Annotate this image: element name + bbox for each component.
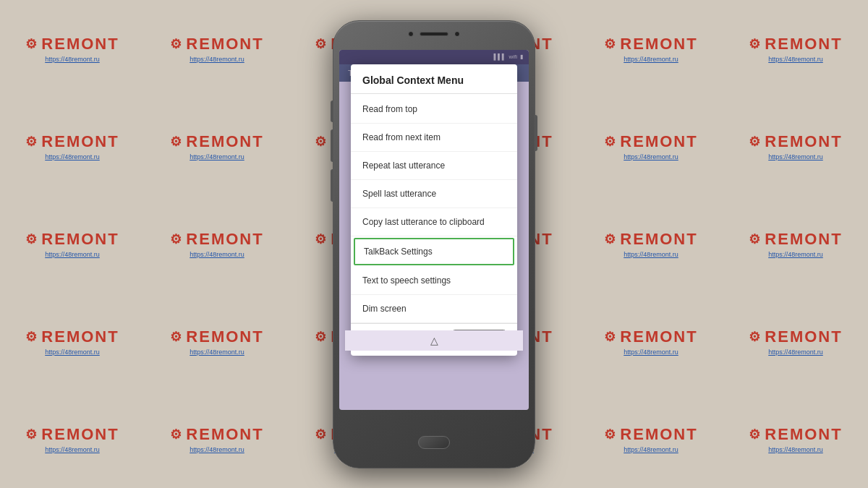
menu-item-read-from-top[interactable]: Read from top (351, 95, 517, 124)
remont-url: https://48remont.ru (624, 348, 678, 356)
remont-logo: ⚙REMONT (604, 425, 697, 444)
remont-logo: ⚙REMONT (25, 35, 119, 53)
phone-body: ▌▌▌ wifi ▮ TalkBack tutorial Global Cont… (333, 20, 535, 468)
camera-button[interactable] (331, 169, 333, 202)
remont-logo: ⚙REMONT (170, 230, 263, 249)
earpiece-speaker (420, 32, 448, 36)
phone-device: ▌▌▌ wifi ▮ TalkBack tutorial Global Cont… (333, 20, 535, 468)
remont-url: https://48remont.ru (768, 446, 823, 453)
power-button[interactable] (535, 115, 537, 151)
bg-cell: ⚙REMONT https://48remont.ru (723, 390, 868, 488)
bg-cell: ⚙REMONT https://48remont.ru (579, 293, 723, 390)
remont-logo: ⚙REMONT (604, 132, 697, 151)
remont-url: https://48remont.ru (190, 348, 244, 356)
remont-logo: ⚙REMONT (749, 425, 842, 444)
phone-top-sensors (408, 31, 460, 37)
bg-cell: ⚙REMONT https://48remont.ru (0, 390, 145, 488)
bg-cell: ⚙REMONT https://48remont.ru (723, 0, 868, 98)
bg-cell: ⚙REMONT https://48remont.ru (145, 0, 289, 98)
remont-logo: ⚙REMONT (170, 425, 263, 444)
remont-url: https://48remont.ru (768, 251, 823, 258)
gear-icon: ⚙ (315, 36, 328, 52)
remont-url: https://48remont.ru (624, 446, 678, 453)
remont-url: https://48remont.ru (45, 251, 100, 258)
global-context-menu-dialog: Global Context Menu Read from top Read f… (351, 64, 517, 356)
remont-url: https://48remont.ru (624, 153, 678, 160)
menu-item-repeat-last[interactable]: Repeat last utterance (351, 152, 517, 180)
dialog-divider (351, 93, 517, 94)
menu-item-dim-screen[interactable]: Dim screen (351, 295, 517, 323)
gear-icon: ⚙ (170, 36, 183, 52)
remont-url: https://48remont.ru (190, 251, 244, 258)
remont-logo: ⚙REMONT (604, 230, 697, 249)
remont-logo: ⚙REMONT (604, 328, 697, 346)
remont-url: https://48remont.ru (624, 56, 678, 63)
bg-cell: ⚙REMONT https://48remont.ru (723, 293, 868, 390)
remont-logo: ⚙REMONT (170, 132, 263, 151)
menu-item-copy-last[interactable]: Copy last utterance to clipboard (351, 208, 517, 236)
remont-url: https://48remont.ru (45, 56, 100, 63)
menu-item-read-from-next[interactable]: Read from next item (351, 124, 517, 152)
gear-icon: ⚙ (749, 36, 762, 52)
home-button[interactable] (418, 436, 450, 449)
bg-cell: ⚙REMONT https://48remont.ru (579, 390, 723, 488)
remont-logo: ⚙REMONT (25, 132, 119, 151)
bg-cell: ⚙REMONT https://48remont.ru (723, 195, 868, 293)
remont-logo: ⚙REMONT (749, 328, 842, 346)
bg-cell: ⚙REMONT https://48remont.ru (0, 195, 145, 293)
remont-logo: ⚙REMONT (604, 35, 697, 53)
phone-screen: ▌▌▌ wifi ▮ TalkBack tutorial Global Cont… (339, 50, 529, 410)
remont-url: https://48remont.ru (190, 446, 244, 453)
bg-cell: ⚙REMONT https://48remont.ru (145, 293, 289, 390)
remont-logo: ⚙REMONT (749, 35, 842, 53)
bg-cell: ⚙REMONT https://48remont.ru (0, 98, 145, 195)
remont-url: https://48remont.ru (768, 348, 823, 356)
gear-icon: ⚙ (604, 36, 617, 52)
remont-url: https://48remont.ru (45, 348, 100, 356)
menu-item-spell-last[interactable]: Spell last utterance (351, 180, 517, 208)
menu-item-tts-settings[interactable]: Text to speech settings (351, 267, 517, 295)
bg-cell: ⚙REMONT https://48remont.ru (145, 390, 289, 488)
remont-logo: ⚙REMONT (170, 328, 263, 346)
sensor (454, 31, 460, 37)
remont-logo: ⚙REMONT (25, 328, 119, 346)
remont-logo: ⚙REMONT (749, 230, 842, 249)
gear-icon: ⚙ (25, 36, 38, 52)
remont-url: https://48remont.ru (45, 446, 100, 453)
remont-url: https://48remont.ru (768, 56, 823, 63)
bg-cell: ⚙REMONT https://48remont.ru (145, 195, 289, 293)
remont-url: https://48remont.ru (624, 251, 678, 258)
volume-down-button[interactable] (331, 129, 333, 162)
bg-cell: ⚙REMONT https://48remont.ru (0, 0, 145, 98)
remont-url: https://48remont.ru (45, 153, 100, 160)
bg-cell: ⚙REMONT https://48remont.ru (579, 195, 723, 293)
back-button[interactable]: △ (427, 333, 441, 348)
remont-url: https://48remont.ru (768, 153, 823, 160)
bg-cell: ⚙REMONT https://48remont.ru (723, 98, 868, 195)
remont-logo: ⚙REMONT (170, 35, 263, 53)
front-camera (408, 31, 414, 37)
volume-up-button[interactable] (331, 100, 333, 122)
remont-logo: ⚙REMONT (25, 230, 119, 249)
bg-cell: ⚙REMONT https://48remont.ru (145, 98, 289, 195)
nav-bar: △ (345, 330, 523, 351)
bg-cell: ⚙REMONT https://48remont.ru (579, 98, 723, 195)
remont-url: https://48remont.ru (190, 56, 244, 63)
menu-item-talkback-settings[interactable]: TalkBack Settings (354, 238, 514, 265)
dialog-overlay: Global Context Menu Read from top Read f… (339, 50, 529, 410)
remont-url: https://48remont.ru (190, 153, 244, 160)
dialog-title: Global Context Menu (351, 64, 517, 93)
bg-cell: ⚙REMONT https://48remont.ru (579, 0, 723, 98)
bg-cell: ⚙REMONT https://48remont.ru (0, 293, 145, 390)
remont-logo: ⚙REMONT (749, 132, 842, 151)
remont-logo: ⚙REMONT (25, 425, 119, 444)
